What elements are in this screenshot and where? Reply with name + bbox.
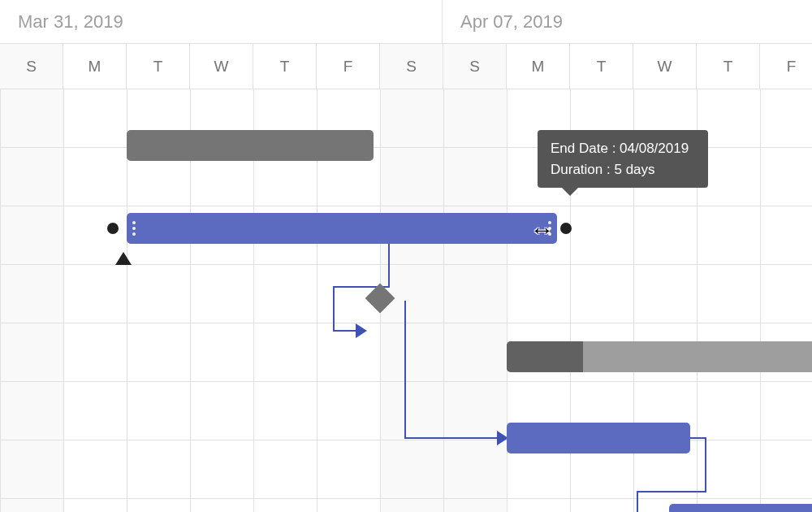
dependency-line	[333, 286, 335, 330]
tooltip-end-row: End Date : 04/08/2019	[551, 138, 695, 159]
tooltip-duration-label: Duration	[551, 162, 603, 177]
task-tooltip: End Date : 04/08/2019 Duration : 5 days	[538, 130, 708, 188]
day-header-cell: W	[633, 44, 697, 89]
task-bar[interactable]	[669, 504, 812, 512]
task-bar[interactable]	[127, 213, 557, 244]
resize-handle-left[interactable]	[130, 218, 138, 239]
dependency-arrow-icon	[356, 323, 367, 338]
dependency-line	[690, 437, 706, 439]
summary-progress	[507, 341, 583, 372]
summary-bar[interactable]	[127, 130, 374, 161]
day-header-cell: T	[697, 44, 760, 89]
week-label: Apr 07, 2019	[443, 0, 812, 43]
grid-row	[0, 265, 812, 323]
dependency-line	[404, 437, 500, 439]
dependency-line	[333, 330, 357, 332]
dependency-line	[637, 491, 638, 512]
day-header-cell: S	[0, 44, 63, 89]
day-header-cell: M	[63, 44, 127, 89]
dependency-line	[388, 244, 390, 286]
day-header-cell: T	[253, 44, 317, 89]
day-header-cell: M	[507, 44, 570, 89]
day-header-cell: S	[443, 44, 507, 89]
gantt-chart: Mar 31, 2019 Apr 07, 2019 SMTWTFSSMTWTF …	[0, 0, 812, 512]
day-header-cell: F	[760, 44, 812, 89]
dependency-line	[404, 301, 406, 404]
resize-handle-right[interactable]	[546, 218, 554, 239]
dependency-line	[404, 403, 406, 437]
day-header-cell: T	[570, 44, 633, 89]
tooltip-duration-row: Duration : 5 days	[551, 159, 695, 180]
grid-row	[0, 382, 812, 440]
tooltip-end-value: 04/08/2019	[620, 141, 689, 156]
day-header-cell: W	[190, 44, 253, 89]
dependency-line	[637, 491, 706, 492]
dependency-line	[705, 437, 706, 491]
tooltip-duration-value: 5 days	[614, 162, 654, 177]
task-bar[interactable]	[507, 423, 690, 453]
baseline-marker-icon	[115, 252, 132, 265]
day-header-cell: F	[317, 44, 380, 89]
day-header-cell: S	[380, 44, 443, 89]
day-header-cell: T	[127, 44, 190, 89]
tooltip-end-label: End Date	[551, 141, 608, 156]
day-header-row: SMTWTFSSMTWTF	[0, 44, 812, 89]
week-header-row: Mar 31, 2019 Apr 07, 2019	[0, 0, 812, 44]
week-label: Mar 31, 2019	[0, 0, 443, 43]
baseline-start-marker	[107, 223, 119, 234]
